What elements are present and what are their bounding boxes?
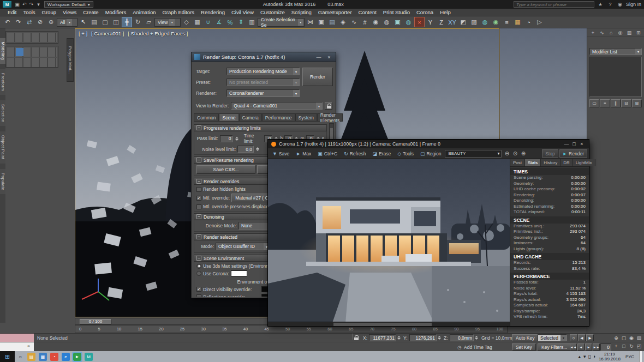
mtl-preserve-displacement-checkbox[interactable] xyxy=(196,204,201,209)
toolbar-icon[interactable]: ◍ xyxy=(381,17,392,27)
key-filters-button[interactable]: Key Filters... xyxy=(538,343,571,351)
toolbar-icon[interactable]: ↶ xyxy=(2,17,13,27)
noise-limit-field[interactable]: 0,0 xyxy=(237,146,254,153)
toolbar-icon[interactable]: ↖ xyxy=(78,17,88,27)
command-panel-tab[interactable]: ∿ xyxy=(598,29,606,37)
modeling-palette[interactable] xyxy=(5,31,58,44)
toolbar-icon[interactable]: ◍ xyxy=(480,17,490,27)
zoom-icon[interactable]: ⊖ xyxy=(503,150,511,156)
vfb-title-bar[interactable]: Corona 1.7 (hotfix 4) | 1191x1000px (1:2… xyxy=(268,140,589,148)
menu-item[interactable]: Graph Editors xyxy=(159,9,198,15)
pass-limit-field[interactable]: 0 xyxy=(220,135,233,142)
toolbar-icon[interactable]: ▱ xyxy=(144,17,154,27)
vfb-panel-tab[interactable]: History xyxy=(541,159,560,166)
toolbar-icon[interactable]: ◈ xyxy=(338,17,348,27)
menu-item[interactable]: Corona xyxy=(413,9,437,15)
stop-render-button[interactable]: Stop xyxy=(542,149,558,158)
render-setup-tab[interactable]: Common xyxy=(194,113,219,122)
vfb-toolbar-button[interactable]: ▢ Region xyxy=(418,149,444,158)
toolbar-icon[interactable]: ▢ xyxy=(100,17,110,27)
corona-env-color-swatch[interactable] xyxy=(231,270,247,276)
x-coordinate-field[interactable]: 11677,231 xyxy=(369,334,396,341)
menu-item[interactable]: Customize xyxy=(257,9,288,15)
auto-key-button[interactable]: Auto Key xyxy=(512,334,539,341)
menu-item[interactable]: Tools xyxy=(20,9,38,15)
window-button-icon[interactable]: — xyxy=(563,141,570,147)
viewport-nav-button[interactable]: □ xyxy=(620,342,628,351)
maxscript-listener-pink[interactable] xyxy=(0,334,34,342)
workspace-dropdown[interactable]: Workspace: Default ▾ xyxy=(44,1,93,8)
save-cxr-button[interactable]: Save CXR... xyxy=(196,165,255,174)
dialog-title-bar[interactable]: Render Setup: Corona 1.7 (hotfix 4) — × xyxy=(192,52,336,62)
star-icon[interactable]: ★ xyxy=(597,2,604,7)
render-setup-tab[interactable]: Scene xyxy=(219,113,238,122)
viewport-nav-button[interactable]: + xyxy=(612,342,620,351)
tray-icon[interactable]: ◗ xyxy=(593,354,595,359)
render-setup-tab[interactable]: Performance xyxy=(262,113,295,122)
viewport-nav-button[interactable]: ▤ xyxy=(635,334,643,342)
toolbar-icon[interactable]: ∪ xyxy=(203,17,213,27)
toolbar-icon[interactable]: ∡ xyxy=(214,17,224,27)
vfb-panel-tab[interactable]: LightMix xyxy=(573,159,595,166)
vfb-horizontal-scrollbar[interactable] xyxy=(268,322,510,326)
render-button[interactable]: Render xyxy=(302,68,333,86)
taskbar-app-icon[interactable]: ▤ xyxy=(27,353,35,361)
toolbar-icon[interactable]: ≡ xyxy=(502,17,512,27)
target-dropdown[interactable]: Production Rendering Mode▾ xyxy=(226,68,300,75)
ribbon-tab[interactable]: Selection xyxy=(0,100,5,126)
reflections-override-checkbox[interactable] xyxy=(196,294,201,297)
stack-tool-button[interactable]: ▭ xyxy=(589,99,599,107)
toolbar-icon[interactable]: ◉ xyxy=(371,17,381,27)
sign-in-link[interactable]: Sign In xyxy=(626,2,641,7)
view-to-render-dropdown[interactable]: Quad 4 - Camera001▾ xyxy=(231,102,323,110)
toolbar-icon[interactable]: XY xyxy=(447,17,457,27)
active-subobject-button[interactable] xyxy=(16,48,23,56)
toolbar-icon[interactable]: ▷ xyxy=(534,17,545,27)
selection-filter-dropdown[interactable]: All▾ xyxy=(57,18,77,27)
vfb-toolbar-button[interactable]: ◇ Tools xyxy=(395,149,416,158)
toolbar-icon[interactable]: ▤ xyxy=(327,17,337,27)
direct-visibility-override-checkbox[interactable] xyxy=(196,287,201,292)
lock-view-icon[interactable] xyxy=(325,102,332,110)
vfb-panel-tab[interactable]: Post xyxy=(510,159,525,166)
menu-item[interactable]: Rendering xyxy=(198,9,228,15)
renderer-dropdown[interactable]: CoronaRenderer▾ xyxy=(226,89,300,97)
toolbar-icon[interactable]: ⋈ xyxy=(305,17,315,27)
polygon-palette[interactable] xyxy=(5,46,58,68)
vfb-panel-tab[interactable]: Stats xyxy=(525,159,541,166)
toolbar-icon[interactable]: Z xyxy=(436,17,446,27)
playback-button[interactable]: ◄ xyxy=(577,343,585,351)
help-icon[interactable]: ? xyxy=(606,2,614,7)
use-corona-radio[interactable] xyxy=(196,271,201,276)
taskbar-app-icon[interactable]: ◔ xyxy=(50,353,58,361)
toolbar-icon[interactable]: ▦ xyxy=(512,17,523,27)
toolbar-icon[interactable]: ⇕ xyxy=(236,17,246,27)
stack-tool-button[interactable]: ⊟ xyxy=(621,99,631,107)
menu-item[interactable]: GameExporter xyxy=(315,9,355,15)
tray-expand-icon[interactable]: ▴ xyxy=(578,354,581,359)
quick-access-icon[interactable]: ▾ xyxy=(35,2,42,7)
current-frame-field[interactable]: 0 xyxy=(600,343,611,351)
render-element-dropdown[interactable]: BEAUTY▾ xyxy=(445,150,502,158)
rendered-image[interactable] xyxy=(268,159,510,326)
ribbon-tab[interactable]: Object Paint xyxy=(0,131,5,163)
viewport-nav-button[interactable]: ↻ xyxy=(628,342,635,351)
taskbar-app-icon[interactable]: ► xyxy=(73,353,81,361)
toolbar-icon[interactable]: ▥ xyxy=(247,17,257,27)
render-hidden-lights-checkbox[interactable] xyxy=(196,187,201,192)
window-button-icon[interactable]: × xyxy=(578,141,586,147)
vfb-toolbar-button[interactable]: ▣ Ctrl+C xyxy=(315,149,340,158)
set-key-button[interactable]: Set Key xyxy=(512,343,536,351)
vfb-toolbar-button[interactable]: ▼ Save xyxy=(270,149,292,158)
minimize-icon[interactable]: — xyxy=(315,55,323,60)
viewport-menu-plus[interactable]: [ + ] xyxy=(79,31,87,37)
command-panel-tab[interactable]: ⊞ xyxy=(634,29,642,37)
selection-lock-icon[interactable] xyxy=(352,334,353,340)
viewport-nav-button[interactable]: ▢ xyxy=(620,334,628,342)
taskbar-app-icon[interactable]: e xyxy=(62,353,70,361)
menu-item[interactable]: Group xyxy=(39,9,59,15)
render-setup-tab[interactable]: System xyxy=(295,113,317,122)
menu-item[interactable]: Views xyxy=(59,9,80,15)
toolbar-icon[interactable]: ↷ xyxy=(13,17,23,27)
playback-button[interactable]: ► xyxy=(585,343,592,351)
